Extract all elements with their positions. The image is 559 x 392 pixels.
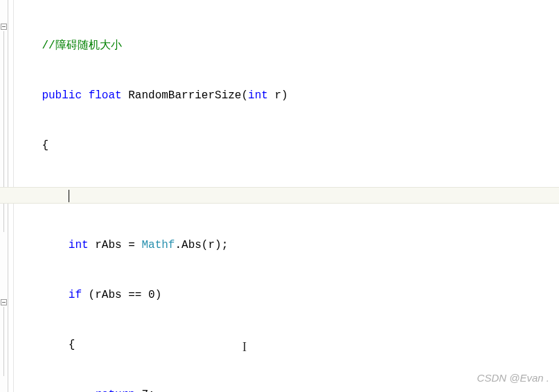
fold-marker-icon[interactable] (1, 299, 7, 305)
brace: { (42, 139, 48, 152)
code-text: .Abs(r); (175, 239, 228, 251)
keyword: if (69, 289, 82, 301)
code-line[interactable]: { (15, 137, 559, 154)
keyword: float (89, 89, 122, 102)
code-editor[interactable]: //障碍随机大小 public float RandomBarrierSize(… (0, 0, 559, 392)
code-line[interactable]: return 7; (15, 386, 559, 392)
brace: { (69, 339, 76, 351)
keyword: int (69, 239, 89, 251)
code-text: 7; (135, 389, 155, 392)
code-line[interactable]: {I (15, 337, 559, 353)
method-name: RandomBarrierSize (122, 89, 242, 102)
code-line[interactable]: public float RandomBarrierSize(int r) (15, 87, 559, 104)
param: r (268, 89, 281, 102)
code-text: (rAbs == 0) (82, 289, 161, 301)
keyword: return (95, 389, 135, 392)
code-line[interactable]: //障碍随机大小 (15, 37, 559, 54)
code-line-current[interactable] (0, 187, 559, 204)
fold-marker-icon[interactable] (1, 24, 7, 30)
keyword: public (42, 89, 82, 102)
code-text: rAbs = (89, 239, 142, 251)
type-name: Mathf (141, 239, 175, 251)
fold-line (3, 307, 4, 376)
ibeam-cursor-icon: I (242, 339, 247, 355)
text-caret (69, 190, 69, 202)
code-line[interactable]: int rAbs = Mathf.Abs(r); (15, 237, 559, 253)
comment: //障碍随机大小 (42, 39, 121, 52)
code-line[interactable]: if (rAbs == 0) (15, 287, 559, 303)
keyword: int (248, 89, 268, 102)
code-area[interactable]: //障碍随机大小 public float RandomBarrierSize(… (15, 4, 559, 392)
